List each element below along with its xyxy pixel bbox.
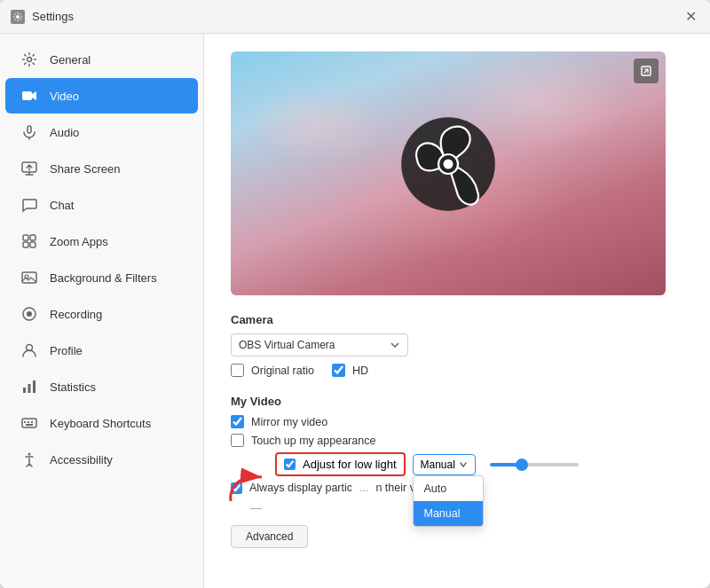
camera-row: OBS Virtual Camera: [231, 333, 683, 357]
share-screen-icon: [20, 159, 39, 178]
sidebar-item-general[interactable]: General: [5, 42, 198, 77]
original-ratio-row: Original ratio: [231, 364, 314, 377]
hd-row: HD: [332, 364, 368, 377]
sidebar-item-profile[interactable]: Profile: [5, 333, 198, 368]
preview-expand-button[interactable]: [634, 59, 659, 83]
svg-rect-15: [23, 388, 26, 393]
sidebar-label-background: Background & Filters: [50, 271, 157, 285]
close-button[interactable]: ✕: [682, 8, 699, 26]
gear-icon: [20, 50, 39, 69]
svg-point-13: [27, 311, 32, 317]
svg-rect-16: [28, 384, 31, 393]
svg-rect-21: [31, 421, 33, 423]
sidebar-label-keyboard-shortcuts: Keyboard Shortcuts: [50, 417, 151, 430]
dropdown-option-manual[interactable]: Manual: [414, 501, 483, 526]
video-icon: [20, 86, 39, 106]
obs-logo: [399, 115, 497, 213]
sidebar-label-share-screen: Share Screen: [50, 162, 121, 176]
sidebar-item-statistics[interactable]: Statistics: [5, 369, 198, 404]
accessibility-icon: [20, 450, 39, 469]
sidebar-label-general: General: [50, 53, 91, 67]
advanced-button[interactable]: Advanced: [231, 525, 308, 548]
sidebar-item-accessibility[interactable]: Accessibility: [5, 442, 198, 477]
always-display-suffix: ...: [359, 482, 368, 494]
mirror-row: Mirror my video: [231, 415, 683, 428]
sidebar-label-chat: Chat: [50, 199, 74, 212]
svg-rect-3: [28, 126, 31, 133]
original-ratio-checkbox[interactable]: [231, 364, 244, 377]
my-video-section: My Video Mirror my video Touch up my app…: [231, 395, 683, 548]
main-content: Camera OBS Virtual Camera Original ratio…: [204, 34, 710, 588]
profile-icon: [20, 341, 39, 360]
title-bar: Settings ✕: [0, 0, 710, 34]
content-area: General Video: [0, 34, 710, 588]
touch-up-checkbox[interactable]: [231, 434, 244, 447]
title-bar-left: Settings: [11, 10, 74, 24]
svg-rect-22: [26, 424, 33, 426]
mirror-label: Mirror my video: [251, 416, 327, 428]
sidebar-label-statistics: Statistics: [50, 380, 96, 394]
svg-point-26: [444, 159, 454, 169]
low-light-container: Adjust for low light Manual: [231, 452, 683, 482]
sidebar-label-profile: Profile: [50, 344, 83, 357]
low-light-checkbox-wrap: Adjust for low light: [275, 452, 406, 476]
recording-icon: [20, 304, 39, 324]
sidebar: General Video: [0, 34, 204, 588]
camera-section-label: Camera: [231, 313, 683, 326]
sidebar-item-audio[interactable]: Audio: [5, 114, 198, 150]
sidebar-item-recording[interactable]: Recording: [5, 296, 198, 332]
svg-rect-7: [30, 235, 36, 240]
settings-window-icon: [11, 10, 25, 24]
sidebar-item-share-screen[interactable]: Share Screen: [5, 151, 198, 186]
svg-point-1: [28, 58, 32, 62]
hd-checkbox[interactable]: [332, 364, 345, 377]
sidebar-item-keyboard-shortcuts[interactable]: Keyboard Shortcuts: [5, 405, 198, 441]
light-mode-dropdown: Auto Manual: [413, 475, 484, 527]
svg-rect-17: [33, 380, 36, 393]
selected-option: Manual: [421, 459, 455, 471]
settings-window: Settings ✕ General: [0, 0, 710, 588]
light-slider-track[interactable]: [490, 463, 579, 466]
audio-icon: [20, 122, 39, 142]
stats-icon: [20, 377, 39, 396]
video-preview: [231, 51, 666, 295]
svg-point-23: [28, 453, 31, 456]
sidebar-label-audio: Audio: [50, 126, 79, 139]
svg-rect-2: [22, 91, 32, 100]
light-mode-select[interactable]: Manual: [413, 454, 476, 475]
touch-up-label: Touch up my appearance: [251, 435, 375, 447]
original-ratio-label: Original ratio: [251, 365, 314, 377]
low-light-checkbox[interactable]: [284, 459, 296, 470]
light-slider-thumb[interactable]: [516, 459, 528, 471]
mirror-checkbox[interactable]: [231, 415, 244, 428]
background-icon: [20, 268, 39, 287]
red-arrow: [222, 461, 275, 508]
camera-select[interactable]: OBS Virtual Camera: [231, 333, 408, 357]
low-light-row: Adjust for low light Manual: [275, 452, 579, 476]
sidebar-label-zoom-apps: Zoom Apps: [50, 235, 108, 248]
svg-rect-6: [23, 235, 28, 240]
svg-rect-19: [24, 421, 26, 423]
sidebar-item-background-filters[interactable]: Background & Filters: [5, 260, 198, 295]
svg-rect-9: [30, 242, 36, 247]
chevron-down-icon: [459, 460, 468, 469]
chat-icon: [20, 195, 39, 215]
svg-rect-8: [23, 242, 28, 247]
svg-rect-20: [28, 421, 29, 423]
sidebar-label-accessibility: Accessibility: [50, 453, 113, 466]
svg-point-0: [16, 15, 20, 19]
hd-label: HD: [352, 365, 368, 377]
light-slider-container: [486, 463, 579, 466]
dropdown-option-auto[interactable]: Auto: [414, 476, 483, 501]
sidebar-label-recording: Recording: [50, 308, 102, 321]
sidebar-item-video[interactable]: Video: [5, 78, 198, 114]
low-light-label: Adjust for low light: [303, 458, 397, 471]
apps-icon: [20, 231, 39, 251]
touch-up-row: Touch up my appearance: [231, 434, 683, 447]
sidebar-item-zoom-apps[interactable]: Zoom Apps: [5, 223, 198, 259]
window-title: Settings: [32, 10, 74, 23]
svg-rect-10: [22, 272, 36, 283]
my-video-label: My Video: [231, 395, 683, 408]
sidebar-item-chat[interactable]: Chat: [5, 187, 198, 223]
keyboard-icon: [20, 413, 39, 433]
